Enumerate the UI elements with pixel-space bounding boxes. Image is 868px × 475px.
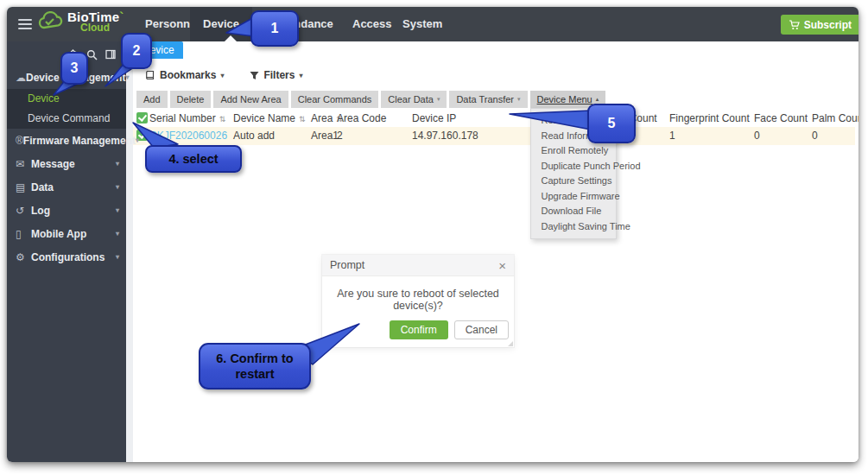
cell-device-ip: 14.97.160.178 [412, 127, 478, 144]
logo: BioTime` Cloud [38, 10, 124, 33]
sidebar-item-data[interactable]: ▤ Data ▾ [7, 175, 126, 199]
callout-step-6: 6. Confirm to restart [199, 343, 311, 390]
nav-item-access[interactable]: Access [352, 7, 392, 41]
nav-item-system[interactable]: System [402, 7, 442, 41]
chevron-down-icon: ▾ [136, 136, 139, 144]
column-area-code: Area Code [337, 110, 386, 127]
menu-item-capture-settings[interactable]: Capture Settings [531, 174, 616, 189]
sidebar-item-log[interactable]: ↺ Log ▾ [7, 199, 126, 222]
column-device-ip: Device IP [412, 110, 456, 127]
clear-data-button[interactable]: Clear Data▾ [381, 91, 447, 108]
cart-icon [789, 20, 800, 30]
resize-handle[interactable] [508, 341, 513, 346]
subscription-label: Subscript [804, 19, 852, 31]
funnel-icon [250, 71, 259, 80]
sidebar-item-configurations[interactable]: ⚙ Configurations ▾ [7, 245, 126, 269]
table-row: CKJF202060026 Auto add Area1 2 14.97.160… [133, 127, 855, 145]
bookmarks-label: Bookmarks [160, 69, 216, 81]
callout-step-6-line1: 6. Confirm to [216, 351, 293, 366]
chevron-down-icon: ▾ [220, 72, 224, 79]
brand-accent: ` [119, 10, 124, 24]
device-toolbar: Add Delete Add New Area Clear Commands C… [136, 91, 605, 108]
sidebar-item-device[interactable]: Device [7, 89, 126, 109]
sidebar-item-label: Firmware Management [23, 135, 136, 147]
chevron-down-icon: ▾ [116, 253, 119, 261]
cell-device-name: Auto add [233, 127, 275, 144]
subscription-button[interactable]: Subscript [781, 15, 858, 35]
sidebar: ☁ Device Management ▾ Device Device Comm… [7, 41, 126, 462]
device-management-icon: ☁ [16, 72, 26, 84]
cell-serial-number[interactable]: CKJF202060026 [149, 127, 227, 144]
delete-button[interactable]: Delete [170, 91, 212, 108]
dialog-message: Are you sure to reboot of selected devic… [322, 276, 514, 320]
column-fingerprint-count: Fingerprint Count [669, 110, 750, 127]
data-transfer-button[interactable]: Data Transfer▾ [449, 91, 527, 108]
chevron-down-icon: ▾ [116, 183, 119, 191]
nav-item-device[interactable]: Device [190, 7, 252, 41]
filters-label: Filters [263, 69, 295, 81]
callout-step-1: 1 [250, 10, 299, 47]
sidebar-item-device-command[interactable]: Device Command [7, 109, 126, 129]
column-serial-number[interactable]: Serial Number⇅ [149, 110, 225, 127]
sidebar-item-label: Mobile App [31, 228, 86, 240]
cell-fingerprint-count: 1 [669, 127, 675, 144]
menu-item-enroll-remotely[interactable]: Enroll Remotely [531, 143, 616, 159]
cancel-button[interactable]: Cancel [454, 320, 509, 339]
book-icon [145, 70, 155, 80]
dialog-title: Prompt [330, 259, 364, 271]
clear-commands-button[interactable]: Clear Commands [291, 91, 379, 108]
history-icon: ↺ [16, 205, 31, 217]
sort-icon[interactable]: ⇅ [299, 115, 306, 124]
panel-icon[interactable] [105, 49, 116, 60]
chevron-down-icon: ▾ [116, 206, 119, 214]
sidebar-item-label: Configurations [31, 251, 105, 263]
filters-dropdown[interactable]: Filters ▾ [250, 69, 302, 81]
cell-area-code: 2 [337, 127, 343, 144]
callout-step-4: 4. select [145, 145, 242, 173]
chevron-down-icon: ▾ [116, 230, 119, 238]
active-tab-caret [225, 35, 237, 41]
chevron-down-icon: ▾ [116, 160, 119, 168]
chevron-down-icon: ▾ [517, 91, 521, 108]
sidebar-item-label: Log [31, 205, 50, 217]
chevron-down-icon: ▾ [437, 91, 440, 108]
cell-palm-count: 0 [812, 127, 818, 144]
mobile-icon: ▯ [16, 228, 31, 240]
device-management-submenu: Device Device Command [7, 89, 126, 129]
sidebar-item-label: Message [31, 158, 75, 170]
menu-item-daylight-saving-time[interactable]: Daylight Saving Time [531, 219, 616, 235]
cell-area: Area1 [311, 127, 339, 144]
registered-icon: ® [16, 135, 23, 147]
add-button[interactable]: Add [136, 91, 168, 108]
sidebar-item-label: Data [31, 181, 54, 193]
content-gutter [126, 41, 133, 462]
prompt-dialog: Prompt × Are you sure to reboot of selec… [322, 255, 514, 347]
cell-face-count: 0 [754, 127, 760, 144]
sidebar-item-message[interactable]: ✉ Message ▾ [7, 152, 126, 175]
app-window: BioTime` Cloud Personnel Device Attendan… [7, 7, 858, 462]
add-new-area-button[interactable]: Add New Area [213, 91, 288, 108]
table-header: Serial Number⇅ Device Name⇅ Area⇅ Area C… [133, 110, 855, 128]
message-icon: ✉ [16, 158, 31, 170]
sidebar-item-firmware-management[interactable]: ® Firmware Management ▾ [7, 129, 126, 152]
callout-step-3: 3 [60, 52, 88, 85]
column-palm-count: Palm Count [812, 110, 858, 127]
bookmarks-dropdown[interactable]: Bookmarks ▾ [145, 69, 224, 81]
menu-item-duplicate-punch-period[interactable]: Duplicate Punch Period [531, 159, 616, 174]
chevron-down-icon: ▾ [299, 72, 302, 79]
select-all-checkbox[interactable] [136, 112, 148, 124]
column-device-name[interactable]: Device Name⇅ [233, 110, 306, 127]
menu-item-download-file[interactable]: Download File [531, 204, 616, 219]
gears-icon: ⚙ [16, 251, 31, 263]
confirm-button[interactable]: Confirm [390, 320, 448, 339]
column-face-count: Face Count [754, 110, 808, 127]
callout-step-5: 5 [587, 104, 636, 143]
hamburger-menu-icon[interactable] [18, 19, 32, 29]
cloud-logo-icon [38, 11, 64, 32]
sidebar-item-mobile-app[interactable]: ▯ Mobile App ▾ [7, 222, 126, 245]
menu-item-upgrade-firmware[interactable]: Upgrade Firmware [531, 189, 616, 205]
callout-step-2: 2 [121, 33, 152, 69]
callout-step-6-line2: restart [235, 366, 274, 382]
sort-icon[interactable]: ⇅ [219, 115, 226, 124]
close-icon[interactable]: × [498, 259, 506, 272]
